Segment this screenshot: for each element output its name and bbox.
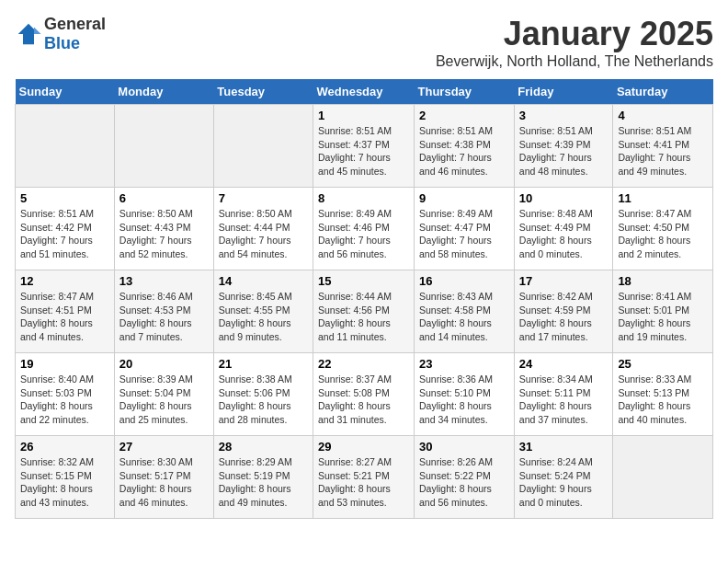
header-sunday: Sunday (16, 79, 115, 105)
day-number: 1 (318, 109, 409, 122)
day-info: Sunrise: 8:51 AM Sunset: 4:38 PM Dayligh… (419, 124, 509, 178)
header-friday: Friday (514, 79, 613, 105)
calendar-week-row: 1Sunrise: 8:51 AM Sunset: 4:37 PM Daylig… (16, 105, 713, 188)
logo-icon (15, 20, 42, 48)
calendar-cell: 7Sunrise: 8:50 AM Sunset: 4:44 PM Daylig… (213, 188, 313, 270)
day-info: Sunrise: 8:42 AM Sunset: 4:59 PM Dayligh… (519, 290, 609, 344)
day-number: 10 (519, 191, 609, 205)
calendar-cell: 9Sunrise: 8:49 AM Sunset: 4:47 PM Daylig… (415, 188, 515, 270)
day-number: 27 (119, 440, 209, 454)
day-info: Sunrise: 8:40 AM Sunset: 5:03 PM Dayligh… (20, 373, 109, 427)
day-number: 25 (618, 357, 708, 371)
day-number: 13 (119, 274, 209, 288)
calendar-cell: 29Sunrise: 8:27 AM Sunset: 5:21 PM Dayli… (313, 436, 415, 519)
day-number: 22 (318, 357, 409, 371)
calendar-cell: 10Sunrise: 8:48 AM Sunset: 4:49 PM Dayli… (514, 188, 613, 270)
day-number: 4 (618, 109, 708, 122)
calendar-table: SundayMondayTuesdayWednesdayThursdayFrid… (15, 79, 713, 519)
calendar-cell: 26Sunrise: 8:32 AM Sunset: 5:15 PM Dayli… (16, 436, 115, 519)
day-number: 19 (20, 357, 109, 371)
day-info: Sunrise: 8:44 AM Sunset: 4:56 PM Dayligh… (318, 290, 409, 344)
calendar-cell: 17Sunrise: 8:42 AM Sunset: 4:59 PM Dayli… (514, 270, 613, 353)
day-info: Sunrise: 8:49 AM Sunset: 4:47 PM Dayligh… (419, 207, 509, 261)
calendar-cell: 12Sunrise: 8:47 AM Sunset: 4:51 PM Dayli… (16, 270, 115, 353)
calendar-cell: 16Sunrise: 8:43 AM Sunset: 4:58 PM Dayli… (415, 270, 515, 353)
day-number: 5 (20, 191, 109, 205)
day-info: Sunrise: 8:50 AM Sunset: 4:44 PM Dayligh… (219, 207, 308, 261)
day-number: 16 (419, 274, 509, 288)
calendar-header-row: SundayMondayTuesdayWednesdayThursdayFrid… (16, 79, 713, 105)
header-saturday: Saturday (613, 79, 713, 105)
day-number: 18 (618, 274, 708, 288)
header-wednesday: Wednesday (313, 79, 415, 105)
calendar-cell: 11Sunrise: 8:47 AM Sunset: 4:50 PM Dayli… (613, 188, 713, 270)
calendar-cell: 20Sunrise: 8:39 AM Sunset: 5:04 PM Dayli… (114, 353, 213, 436)
calendar-cell: 28Sunrise: 8:29 AM Sunset: 5:19 PM Dayli… (213, 436, 313, 519)
day-number: 20 (119, 357, 209, 371)
day-number: 28 (219, 440, 308, 454)
day-info: Sunrise: 8:48 AM Sunset: 4:49 PM Dayligh… (519, 207, 609, 261)
day-info: Sunrise: 8:33 AM Sunset: 5:13 PM Dayligh… (618, 373, 708, 427)
calendar-cell: 5Sunrise: 8:51 AM Sunset: 4:42 PM Daylig… (16, 188, 115, 270)
title-block: January 2025 Beverwijk, North Holland, T… (436, 15, 713, 70)
calendar-cell: 19Sunrise: 8:40 AM Sunset: 5:03 PM Dayli… (16, 353, 115, 436)
calendar-cell (114, 105, 213, 188)
day-number: 17 (519, 274, 609, 288)
page-header: General Blue January 2025 Beverwijk, Nor… (15, 15, 713, 70)
calendar-cell (613, 436, 713, 519)
day-number: 26 (20, 440, 109, 454)
month-year-title: January 2025 (436, 15, 713, 53)
calendar-cell: 4Sunrise: 8:51 AM Sunset: 4:41 PM Daylig… (613, 105, 713, 188)
calendar-cell: 2Sunrise: 8:51 AM Sunset: 4:38 PM Daylig… (415, 105, 515, 188)
logo-general-text: General (44, 15, 106, 33)
day-info: Sunrise: 8:41 AM Sunset: 5:01 PM Dayligh… (618, 290, 708, 344)
calendar-cell: 30Sunrise: 8:26 AM Sunset: 5:22 PM Dayli… (415, 436, 515, 519)
day-info: Sunrise: 8:38 AM Sunset: 5:06 PM Dayligh… (219, 373, 308, 427)
day-number: 3 (519, 109, 609, 122)
calendar-cell: 18Sunrise: 8:41 AM Sunset: 5:01 PM Dayli… (613, 270, 713, 353)
calendar-cell: 25Sunrise: 8:33 AM Sunset: 5:13 PM Dayli… (613, 353, 713, 436)
calendar-cell: 3Sunrise: 8:51 AM Sunset: 4:39 PM Daylig… (514, 105, 613, 188)
calendar-cell: 1Sunrise: 8:51 AM Sunset: 4:37 PM Daylig… (313, 105, 415, 188)
calendar-week-row: 19Sunrise: 8:40 AM Sunset: 5:03 PM Dayli… (16, 353, 713, 436)
day-number: 30 (419, 440, 509, 454)
calendar-cell (213, 105, 313, 188)
day-number: 23 (419, 357, 509, 371)
calendar-cell (16, 105, 115, 188)
day-number: 21 (219, 357, 308, 371)
day-info: Sunrise: 8:51 AM Sunset: 4:41 PM Dayligh… (618, 124, 708, 178)
day-info: Sunrise: 8:34 AM Sunset: 5:11 PM Dayligh… (519, 373, 609, 427)
calendar-week-row: 12Sunrise: 8:47 AM Sunset: 4:51 PM Dayli… (16, 270, 713, 353)
day-info: Sunrise: 8:47 AM Sunset: 4:50 PM Dayligh… (618, 207, 708, 261)
calendar-cell: 21Sunrise: 8:38 AM Sunset: 5:06 PM Dayli… (213, 353, 313, 436)
location-subtitle: Beverwijk, North Holland, The Netherland… (436, 53, 713, 70)
day-number: 12 (20, 274, 109, 288)
calendar-cell: 8Sunrise: 8:49 AM Sunset: 4:46 PM Daylig… (313, 188, 415, 270)
calendar-cell: 31Sunrise: 8:24 AM Sunset: 5:24 PM Dayli… (514, 436, 613, 519)
day-number: 7 (219, 191, 308, 205)
day-number: 24 (519, 357, 609, 371)
day-info: Sunrise: 8:39 AM Sunset: 5:04 PM Dayligh… (119, 373, 209, 427)
calendar-cell: 23Sunrise: 8:36 AM Sunset: 5:10 PM Dayli… (415, 353, 515, 436)
day-info: Sunrise: 8:27 AM Sunset: 5:21 PM Dayligh… (318, 455, 409, 510)
day-number: 11 (618, 191, 708, 205)
calendar-cell: 14Sunrise: 8:45 AM Sunset: 4:55 PM Dayli… (213, 270, 313, 353)
day-number: 29 (318, 440, 409, 454)
day-number: 8 (318, 191, 409, 205)
day-info: Sunrise: 8:47 AM Sunset: 4:51 PM Dayligh… (20, 290, 109, 344)
day-info: Sunrise: 8:51 AM Sunset: 4:42 PM Dayligh… (20, 207, 109, 261)
header-thursday: Thursday (415, 79, 515, 105)
day-info: Sunrise: 8:30 AM Sunset: 5:17 PM Dayligh… (119, 455, 209, 510)
calendar-cell: 13Sunrise: 8:46 AM Sunset: 4:53 PM Dayli… (114, 270, 213, 353)
day-info: Sunrise: 8:36 AM Sunset: 5:10 PM Dayligh… (419, 373, 509, 427)
day-info: Sunrise: 8:46 AM Sunset: 4:53 PM Dayligh… (119, 290, 209, 344)
day-info: Sunrise: 8:51 AM Sunset: 4:37 PM Dayligh… (318, 124, 409, 178)
day-number: 2 (419, 109, 509, 122)
calendar-week-row: 26Sunrise: 8:32 AM Sunset: 5:15 PM Dayli… (16, 436, 713, 519)
day-info: Sunrise: 8:37 AM Sunset: 5:08 PM Dayligh… (318, 373, 409, 427)
header-tuesday: Tuesday (213, 79, 313, 105)
svg-marker-1 (34, 28, 41, 35)
day-info: Sunrise: 8:24 AM Sunset: 5:24 PM Dayligh… (519, 455, 609, 510)
day-number: 15 (318, 274, 409, 288)
header-monday: Monday (114, 79, 213, 105)
